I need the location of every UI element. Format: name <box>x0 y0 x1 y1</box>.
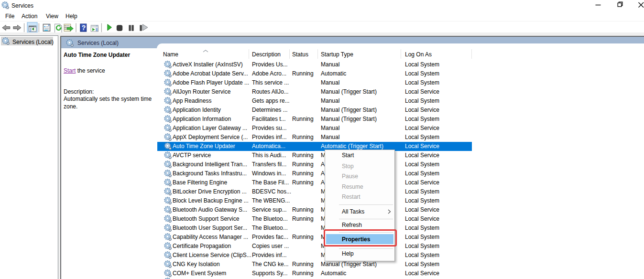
svg-text:?: ? <box>82 24 86 32</box>
